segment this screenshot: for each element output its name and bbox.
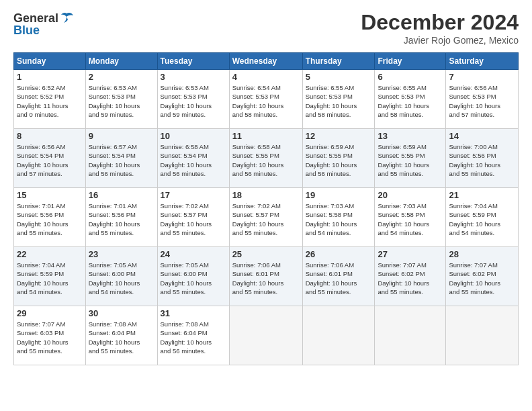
day-cell-8: 8 Sunrise: 6:56 AMSunset: 5:54 PMDayligh… [14, 129, 86, 188]
day-cell-7: 7 Sunrise: 6:56 AMSunset: 5:53 PMDayligh… [446, 70, 519, 129]
day-cell-16: 16 Sunrise: 7:01 AMSunset: 5:56 PMDaylig… [85, 188, 157, 247]
calendar-week-5: 29 Sunrise: 7:07 AMSunset: 6:03 PMDaylig… [14, 306, 519, 365]
page: General Blue December 2024 Javier Rojo G… [0, 0, 532, 375]
day-cell-30: 30 Sunrise: 7:08 AMSunset: 6:04 PMDaylig… [85, 306, 157, 365]
day-cell-15: 15 Sunrise: 7:01 AMSunset: 5:56 PMDaylig… [14, 188, 86, 247]
col-wednesday: Wednesday [229, 53, 302, 70]
calendar-week-2: 8 Sunrise: 6:56 AMSunset: 5:54 PMDayligh… [14, 129, 519, 188]
day-cell-24: 24 Sunrise: 7:05 AMSunset: 6:00 PMDaylig… [157, 247, 229, 306]
day-cell-2: 2 Sunrise: 6:53 AMSunset: 5:53 PMDayligh… [85, 70, 157, 129]
day-cell-4: 4 Sunrise: 6:54 AMSunset: 5:53 PMDayligh… [229, 70, 302, 129]
calendar-week-1: 1 Sunrise: 6:52 AMSunset: 5:52 PMDayligh… [14, 70, 519, 129]
month-title: December 2024 [361, 10, 519, 35]
day-cell-10: 10 Sunrise: 6:58 AMSunset: 5:54 PMDaylig… [157, 129, 229, 188]
calendar-week-3: 15 Sunrise: 7:01 AMSunset: 5:56 PMDaylig… [14, 188, 519, 247]
day-cell-27: 27 Sunrise: 7:07 AMSunset: 6:02 PMDaylig… [375, 247, 446, 306]
day-cell-29: 29 Sunrise: 7:07 AMSunset: 6:03 PMDaylig… [14, 306, 86, 365]
col-tuesday: Tuesday [157, 53, 229, 70]
logo-text-blue: Blue [13, 24, 40, 38]
col-friday: Friday [375, 53, 446, 70]
day-cell-11: 11 Sunrise: 6:58 AMSunset: 5:55 PMDaylig… [229, 129, 302, 188]
day-cell-1: 1 Sunrise: 6:52 AMSunset: 5:52 PMDayligh… [14, 70, 86, 129]
day-cell-25: 25 Sunrise: 7:06 AMSunset: 6:01 PMDaylig… [229, 247, 302, 306]
col-sunday: Sunday [14, 53, 86, 70]
col-thursday: Thursday [302, 53, 375, 70]
day-cell-21: 21 Sunrise: 7:04 AMSunset: 5:59 PMDaylig… [446, 188, 519, 247]
day-cell-18: 18 Sunrise: 7:02 AMSunset: 5:57 PMDaylig… [229, 188, 302, 247]
day-cell-3: 3 Sunrise: 6:53 AMSunset: 5:53 PMDayligh… [157, 70, 229, 129]
empty-cell-2 [302, 306, 375, 365]
day-cell-19: 19 Sunrise: 7:03 AMSunset: 5:58 PMDaylig… [302, 188, 375, 247]
day-cell-5: 5 Sunrise: 6:55 AMSunset: 5:53 PMDayligh… [302, 70, 375, 129]
empty-cell-1 [229, 306, 302, 365]
day-cell-28: 28 Sunrise: 7:07 AMSunset: 6:02 PMDaylig… [446, 247, 519, 306]
day-cell-12: 12 Sunrise: 6:59 AMSunset: 5:55 PMDaylig… [302, 129, 375, 188]
day-cell-20: 20 Sunrise: 7:03 AMSunset: 5:58 PMDaylig… [375, 188, 446, 247]
day-cell-17: 17 Sunrise: 7:02 AMSunset: 5:57 PMDaylig… [157, 188, 229, 247]
header: General Blue December 2024 Javier Rojo G… [13, 10, 519, 46]
logo-bird-icon [60, 10, 76, 26]
empty-cell-3 [375, 306, 446, 365]
calendar-table: Sunday Monday Tuesday Wednesday Thursday… [13, 52, 519, 365]
day-cell-6: 6 Sunrise: 6:55 AMSunset: 5:53 PMDayligh… [375, 70, 446, 129]
day-cell-13: 13 Sunrise: 6:59 AMSunset: 5:55 PMDaylig… [375, 129, 446, 188]
day-cell-23: 23 Sunrise: 7:05 AMSunset: 6:00 PMDaylig… [85, 247, 157, 306]
day-cell-31: 31 Sunrise: 7:08 AMSunset: 6:04 PMDaylig… [157, 306, 229, 365]
calendar-header-row: Sunday Monday Tuesday Wednesday Thursday… [14, 53, 519, 70]
empty-cell-4 [446, 306, 519, 365]
col-monday: Monday [85, 53, 157, 70]
title-area: December 2024 Javier Rojo Gomez, Mexico [361, 10, 519, 46]
day-cell-14: 14 Sunrise: 7:00 AMSunset: 5:56 PMDaylig… [446, 129, 519, 188]
logo: General Blue [13, 10, 76, 38]
subtitle: Javier Rojo Gomez, Mexico [361, 35, 519, 46]
day-cell-26: 26 Sunrise: 7:06 AMSunset: 6:01 PMDaylig… [302, 247, 375, 306]
day-cell-9: 9 Sunrise: 6:57 AMSunset: 5:54 PMDayligh… [85, 129, 157, 188]
day-cell-22: 22 Sunrise: 7:04 AMSunset: 5:59 PMDaylig… [14, 247, 86, 306]
calendar-week-4: 22 Sunrise: 7:04 AMSunset: 5:59 PMDaylig… [14, 247, 519, 306]
col-saturday: Saturday [446, 53, 519, 70]
